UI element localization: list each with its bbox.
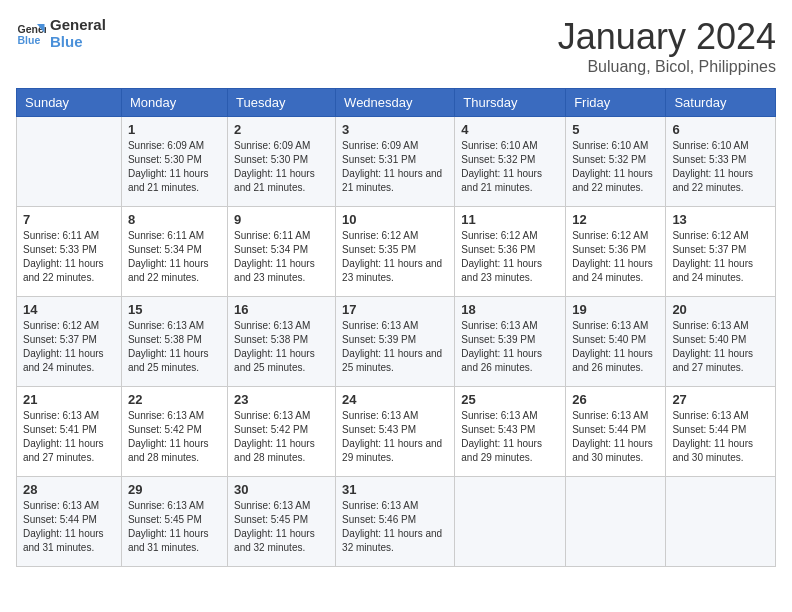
day-number: 3: [342, 122, 448, 137]
day-number: 27: [672, 392, 769, 407]
day-detail: Sunrise: 6:13 AMSunset: 5:38 PMDaylight:…: [234, 319, 329, 375]
day-detail: Sunrise: 6:09 AMSunset: 5:31 PMDaylight:…: [342, 139, 448, 195]
calendar-cell: 28Sunrise: 6:13 AMSunset: 5:44 PMDayligh…: [17, 477, 122, 567]
day-detail: Sunrise: 6:13 AMSunset: 5:39 PMDaylight:…: [461, 319, 559, 375]
logo: General Blue General Blue: [16, 16, 106, 50]
day-detail: Sunrise: 6:12 AMSunset: 5:36 PMDaylight:…: [572, 229, 659, 285]
calendar-cell: 30Sunrise: 6:13 AMSunset: 5:45 PMDayligh…: [228, 477, 336, 567]
calendar-cell: 23Sunrise: 6:13 AMSunset: 5:42 PMDayligh…: [228, 387, 336, 477]
day-number: 25: [461, 392, 559, 407]
day-detail: Sunrise: 6:12 AMSunset: 5:37 PMDaylight:…: [672, 229, 769, 285]
day-number: 4: [461, 122, 559, 137]
calendar-cell: 15Sunrise: 6:13 AMSunset: 5:38 PMDayligh…: [121, 297, 227, 387]
calendar-cell: 31Sunrise: 6:13 AMSunset: 5:46 PMDayligh…: [336, 477, 455, 567]
calendar-cell: 12Sunrise: 6:12 AMSunset: 5:36 PMDayligh…: [566, 207, 666, 297]
header-friday: Friday: [566, 89, 666, 117]
day-number: 8: [128, 212, 221, 227]
month-title: January 2024: [558, 16, 776, 58]
day-detail: Sunrise: 6:13 AMSunset: 5:40 PMDaylight:…: [672, 319, 769, 375]
day-detail: Sunrise: 6:09 AMSunset: 5:30 PMDaylight:…: [128, 139, 221, 195]
calendar-cell: 4Sunrise: 6:10 AMSunset: 5:32 PMDaylight…: [455, 117, 566, 207]
calendar-week-row: 1Sunrise: 6:09 AMSunset: 5:30 PMDaylight…: [17, 117, 776, 207]
day-detail: Sunrise: 6:13 AMSunset: 5:44 PMDaylight:…: [572, 409, 659, 465]
logo-line1: General: [50, 16, 106, 33]
calendar-cell: 1Sunrise: 6:09 AMSunset: 5:30 PMDaylight…: [121, 117, 227, 207]
title-area: January 2024 Buluang, Bicol, Philippines: [558, 16, 776, 76]
header-saturday: Saturday: [666, 89, 776, 117]
calendar-week-row: 21Sunrise: 6:13 AMSunset: 5:41 PMDayligh…: [17, 387, 776, 477]
header-monday: Monday: [121, 89, 227, 117]
header-tuesday: Tuesday: [228, 89, 336, 117]
header: General Blue General Blue January 2024 B…: [16, 16, 776, 76]
day-detail: Sunrise: 6:13 AMSunset: 5:45 PMDaylight:…: [234, 499, 329, 555]
day-number: 14: [23, 302, 115, 317]
day-number: 9: [234, 212, 329, 227]
day-detail: Sunrise: 6:12 AMSunset: 5:36 PMDaylight:…: [461, 229, 559, 285]
day-number: 15: [128, 302, 221, 317]
calendar-cell: 2Sunrise: 6:09 AMSunset: 5:30 PMDaylight…: [228, 117, 336, 207]
calendar-week-row: 7Sunrise: 6:11 AMSunset: 5:33 PMDaylight…: [17, 207, 776, 297]
day-detail: Sunrise: 6:13 AMSunset: 5:39 PMDaylight:…: [342, 319, 448, 375]
calendar-table: SundayMondayTuesdayWednesdayThursdayFrid…: [16, 88, 776, 567]
calendar-cell: 11Sunrise: 6:12 AMSunset: 5:36 PMDayligh…: [455, 207, 566, 297]
day-detail: Sunrise: 6:13 AMSunset: 5:46 PMDaylight:…: [342, 499, 448, 555]
day-number: 24: [342, 392, 448, 407]
day-number: 10: [342, 212, 448, 227]
day-detail: Sunrise: 6:13 AMSunset: 5:38 PMDaylight:…: [128, 319, 221, 375]
day-detail: Sunrise: 6:09 AMSunset: 5:30 PMDaylight:…: [234, 139, 329, 195]
calendar-cell: 10Sunrise: 6:12 AMSunset: 5:35 PMDayligh…: [336, 207, 455, 297]
day-detail: Sunrise: 6:13 AMSunset: 5:43 PMDaylight:…: [342, 409, 448, 465]
calendar-cell: 9Sunrise: 6:11 AMSunset: 5:34 PMDaylight…: [228, 207, 336, 297]
calendar-week-row: 28Sunrise: 6:13 AMSunset: 5:44 PMDayligh…: [17, 477, 776, 567]
day-detail: Sunrise: 6:10 AMSunset: 5:32 PMDaylight:…: [572, 139, 659, 195]
day-detail: Sunrise: 6:13 AMSunset: 5:42 PMDaylight:…: [234, 409, 329, 465]
day-number: 7: [23, 212, 115, 227]
calendar-cell: 6Sunrise: 6:10 AMSunset: 5:33 PMDaylight…: [666, 117, 776, 207]
day-number: 30: [234, 482, 329, 497]
day-detail: Sunrise: 6:13 AMSunset: 5:40 PMDaylight:…: [572, 319, 659, 375]
calendar-cell: 18Sunrise: 6:13 AMSunset: 5:39 PMDayligh…: [455, 297, 566, 387]
day-number: 2: [234, 122, 329, 137]
day-detail: Sunrise: 6:13 AMSunset: 5:42 PMDaylight:…: [128, 409, 221, 465]
day-detail: Sunrise: 6:13 AMSunset: 5:44 PMDaylight:…: [672, 409, 769, 465]
calendar-cell: 24Sunrise: 6:13 AMSunset: 5:43 PMDayligh…: [336, 387, 455, 477]
header-wednesday: Wednesday: [336, 89, 455, 117]
day-number: 13: [672, 212, 769, 227]
day-number: 5: [572, 122, 659, 137]
day-detail: Sunrise: 6:12 AMSunset: 5:37 PMDaylight:…: [23, 319, 115, 375]
calendar-cell: 26Sunrise: 6:13 AMSunset: 5:44 PMDayligh…: [566, 387, 666, 477]
calendar-cell: 7Sunrise: 6:11 AMSunset: 5:33 PMDaylight…: [17, 207, 122, 297]
header-sunday: Sunday: [17, 89, 122, 117]
day-detail: Sunrise: 6:13 AMSunset: 5:44 PMDaylight:…: [23, 499, 115, 555]
day-detail: Sunrise: 6:11 AMSunset: 5:34 PMDaylight:…: [234, 229, 329, 285]
day-number: 16: [234, 302, 329, 317]
calendar-header-row: SundayMondayTuesdayWednesdayThursdayFrid…: [17, 89, 776, 117]
day-number: 21: [23, 392, 115, 407]
calendar-cell: 19Sunrise: 6:13 AMSunset: 5:40 PMDayligh…: [566, 297, 666, 387]
day-detail: Sunrise: 6:10 AMSunset: 5:33 PMDaylight:…: [672, 139, 769, 195]
calendar-cell: [666, 477, 776, 567]
calendar-cell: 14Sunrise: 6:12 AMSunset: 5:37 PMDayligh…: [17, 297, 122, 387]
day-number: 22: [128, 392, 221, 407]
calendar-cell: 29Sunrise: 6:13 AMSunset: 5:45 PMDayligh…: [121, 477, 227, 567]
day-detail: Sunrise: 6:10 AMSunset: 5:32 PMDaylight:…: [461, 139, 559, 195]
logo-icon: General Blue: [16, 18, 46, 48]
day-number: 17: [342, 302, 448, 317]
calendar-week-row: 14Sunrise: 6:12 AMSunset: 5:37 PMDayligh…: [17, 297, 776, 387]
calendar-cell: 21Sunrise: 6:13 AMSunset: 5:41 PMDayligh…: [17, 387, 122, 477]
day-number: 20: [672, 302, 769, 317]
day-detail: Sunrise: 6:11 AMSunset: 5:34 PMDaylight:…: [128, 229, 221, 285]
day-number: 29: [128, 482, 221, 497]
calendar-cell: 20Sunrise: 6:13 AMSunset: 5:40 PMDayligh…: [666, 297, 776, 387]
day-number: 6: [672, 122, 769, 137]
day-detail: Sunrise: 6:13 AMSunset: 5:43 PMDaylight:…: [461, 409, 559, 465]
day-detail: Sunrise: 6:11 AMSunset: 5:33 PMDaylight:…: [23, 229, 115, 285]
day-number: 31: [342, 482, 448, 497]
day-number: 26: [572, 392, 659, 407]
calendar-cell: 8Sunrise: 6:11 AMSunset: 5:34 PMDaylight…: [121, 207, 227, 297]
calendar-cell: 5Sunrise: 6:10 AMSunset: 5:32 PMDaylight…: [566, 117, 666, 207]
calendar-cell: [566, 477, 666, 567]
calendar-cell: 16Sunrise: 6:13 AMSunset: 5:38 PMDayligh…: [228, 297, 336, 387]
day-number: 28: [23, 482, 115, 497]
calendar-cell: 27Sunrise: 6:13 AMSunset: 5:44 PMDayligh…: [666, 387, 776, 477]
